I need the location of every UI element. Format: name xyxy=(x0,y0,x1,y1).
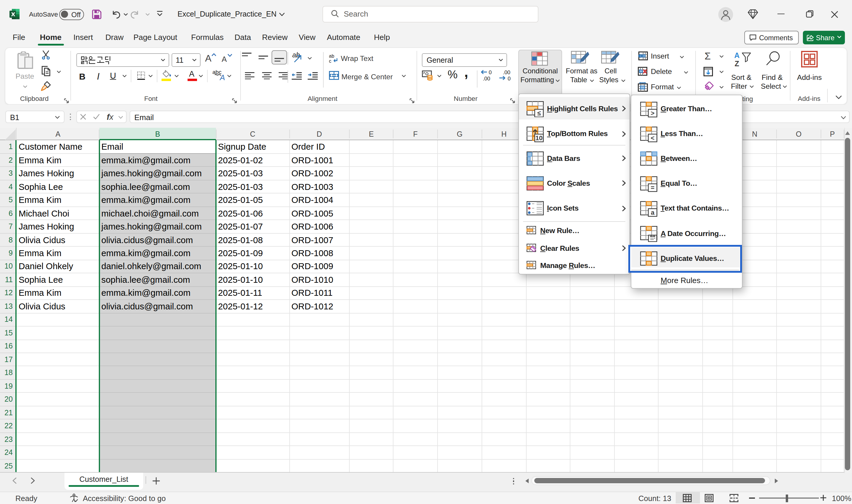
svg-text:≤: ≤ xyxy=(537,109,541,116)
svg-text:0: 0 xyxy=(508,76,511,81)
svg-text:c: c xyxy=(329,58,331,63)
svg-text:0: 0 xyxy=(489,70,492,75)
svg-text:10: 10 xyxy=(535,134,542,142)
svg-text:=: = xyxy=(651,184,654,192)
svg-text:.00: .00 xyxy=(483,76,490,81)
svg-text:a: a xyxy=(651,209,654,216)
svg-text:ab: ab xyxy=(329,54,334,58)
svg-text:<: < xyxy=(651,134,654,142)
svg-text:.00: .00 xyxy=(503,70,510,75)
svg-text:>: > xyxy=(651,109,654,117)
